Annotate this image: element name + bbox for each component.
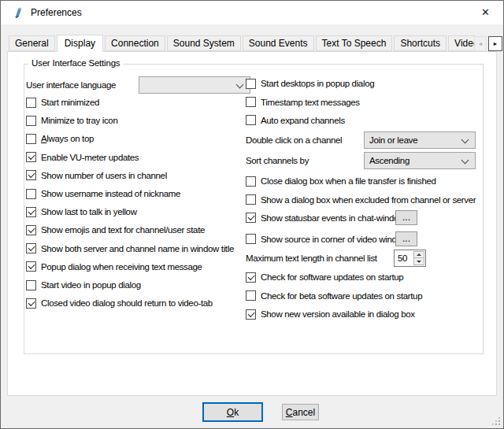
spin-down-button[interactable]	[413, 258, 424, 265]
checkbox-label[interactable]: Show new version available in dialog box	[261, 309, 415, 320]
checkbox[interactable]	[26, 243, 36, 253]
settings-row: Start desktops in popup dialog	[246, 76, 484, 91]
window-title: Preferences	[31, 1, 82, 24]
field-label: Sort channels by	[246, 155, 309, 166]
checkbox[interactable]	[246, 272, 256, 283]
checkbox[interactable]	[26, 189, 36, 199]
checkbox[interactable]	[246, 97, 256, 107]
checkbox-label[interactable]: Popup dialog when receiving text message	[41, 261, 202, 272]
settings-row: Show source in corner of video window...	[246, 231, 484, 247]
up-arrow-icon	[417, 253, 421, 256]
checkbox[interactable]	[246, 213, 256, 223]
language-dropdown[interactable]	[139, 76, 250, 94]
checkbox[interactable]	[26, 261, 36, 272]
settings-row: Sort channels byAscending	[246, 153, 484, 168]
resize-grip[interactable]	[498, 423, 500, 425]
checkbox[interactable]	[246, 115, 256, 125]
checkbox[interactable]	[246, 176, 256, 187]
settings-row: Show last to talk in yellow	[26, 204, 243, 220]
preferences-dialog: Preferences ✕ GeneralDisplayConnectionSo…	[0, 0, 504, 429]
checkbox[interactable]	[26, 170, 36, 180]
ok-button[interactable]: Ok	[202, 402, 263, 422]
tab-text-to-speech[interactable]: Text To Speech	[316, 35, 393, 51]
chevron-down-icon	[236, 81, 244, 89]
checkbox-label[interactable]: Auto expand channels	[261, 115, 345, 126]
checkbox-label[interactable]: Minimize to tray icon	[41, 115, 117, 126]
quantity-stepper[interactable]: 50	[394, 250, 426, 267]
checkbox-label[interactable]: Start video in popup dialog	[41, 279, 141, 290]
tab-scroll-left-button[interactable]: ◄	[474, 36, 487, 51]
checkbox[interactable]	[26, 207, 36, 217]
checkbox[interactable]	[26, 298, 36, 309]
tab-video[interactable]: Video	[448, 35, 475, 51]
settings-row: Start minimized	[26, 94, 243, 110]
checkbox[interactable]	[246, 194, 256, 205]
settings-row: Show a dialog box when excluded from cha…	[246, 192, 484, 208]
close-button[interactable]: ✕	[468, 1, 503, 24]
checkbox-label[interactable]: Show a dialog box when excluded from cha…	[261, 194, 476, 205]
spin-value: 50	[398, 250, 407, 266]
dropdown-value: Join or leave	[369, 132, 417, 148]
app-icon	[11, 6, 24, 19]
settings-row: Minimize to tray icon	[26, 113, 243, 128]
settings-row: Check for software updates on startup	[246, 269, 484, 285]
tab-general[interactable]: General	[9, 35, 55, 51]
settings-row: Show both server and channel name in win…	[26, 241, 243, 257]
field-label: Maximum text length in channel list	[246, 253, 377, 264]
tab-sound-system[interactable]: Sound System	[167, 35, 241, 51]
checkbox-label[interactable]: Show number of users in channel	[41, 170, 167, 181]
tab-sound-events[interactable]: Sound Events	[243, 35, 314, 51]
checkbox-label[interactable]: Show username instead of nickname	[41, 188, 180, 199]
settings-row: Enable VU-meter updates	[26, 150, 243, 165]
settings-row: Timestamp text messages	[246, 94, 484, 110]
checkbox[interactable]	[26, 116, 36, 126]
language-label: User interface language	[26, 80, 116, 91]
checkbox-label[interactable]: Show both server and channel name in win…	[41, 243, 234, 254]
checkbox[interactable]	[246, 234, 256, 244]
tab-shortcuts[interactable]: Shortcuts	[394, 35, 447, 51]
group-box-title: User Interface Settings	[28, 58, 123, 68]
settings-row: Maximum text length in channel list50	[246, 250, 484, 266]
checkbox[interactable]	[246, 79, 256, 89]
checkbox[interactable]	[26, 98, 36, 108]
down-arrow-icon	[417, 261, 421, 263]
tab-scroll-right-button[interactable]: ►	[488, 36, 502, 51]
spin-buttons	[413, 251, 424, 265]
checkbox-label[interactable]: Timestamp text messages	[261, 97, 360, 108]
ellipsis-button[interactable]: ...	[395, 210, 417, 225]
checkbox-label[interactable]: Always on top	[41, 133, 94, 144]
checkbox-label[interactable]: Show source in corner of video window	[261, 234, 408, 245]
checkbox-label[interactable]: Show emojis and text for channel/user st…	[41, 224, 205, 235]
dropdown[interactable]: Ascending	[364, 152, 476, 169]
cancel-button[interactable]: Cancel	[282, 404, 319, 420]
settings-row: Show number of users in channel	[26, 168, 243, 183]
title-bar[interactable]: Preferences ✕	[1, 1, 503, 24]
dropdown[interactable]: Join or leave	[364, 131, 476, 149]
ellipsis-button[interactable]: ...	[395, 231, 417, 246]
checkbox-label[interactable]: Enable VU-meter updates	[41, 152, 139, 163]
checkbox[interactable]	[26, 225, 36, 235]
checkbox[interactable]	[246, 309, 256, 320]
settings-row: Show statusbar events in chat-window...	[246, 210, 484, 226]
checkbox-label[interactable]: Check for beta software updates on start…	[261, 290, 422, 301]
settings-row: Show new version available in dialog box	[246, 306, 484, 322]
checkbox-label[interactable]: Close dialog box when a file transfer is…	[261, 176, 436, 187]
checkbox-label[interactable]: Start minimized	[41, 97, 99, 108]
checkbox-label[interactable]: Start desktops in popup dialog	[261, 78, 374, 89]
settings-row: Close dialog box when a file transfer is…	[246, 173, 484, 189]
tab-connection[interactable]: Connection	[105, 35, 165, 51]
checkbox-label[interactable]: Check for software updates on startup	[261, 272, 403, 283]
checkbox-label[interactable]: Closed video dialog should return to vid…	[41, 298, 213, 309]
tab-display[interactable]: Display	[57, 35, 103, 52]
checkbox[interactable]	[26, 134, 36, 144]
spin-up-button[interactable]	[413, 251, 424, 258]
checkbox[interactable]	[246, 290, 256, 301]
tab-page: User Interface Settings User interface l…	[7, 51, 497, 396]
checkbox-label[interactable]: Show statusbar events in chat-window	[261, 213, 405, 224]
checkbox-label[interactable]: Show last to talk in yellow	[41, 206, 137, 217]
checkbox[interactable]	[26, 152, 36, 162]
settings-row: Auto expand channels	[246, 113, 484, 128]
chevron-down-icon	[461, 136, 469, 144]
checkbox[interactable]	[26, 280, 36, 290]
tab-strip: GeneralDisplayConnectionSound SystemSoun…	[9, 35, 475, 52]
